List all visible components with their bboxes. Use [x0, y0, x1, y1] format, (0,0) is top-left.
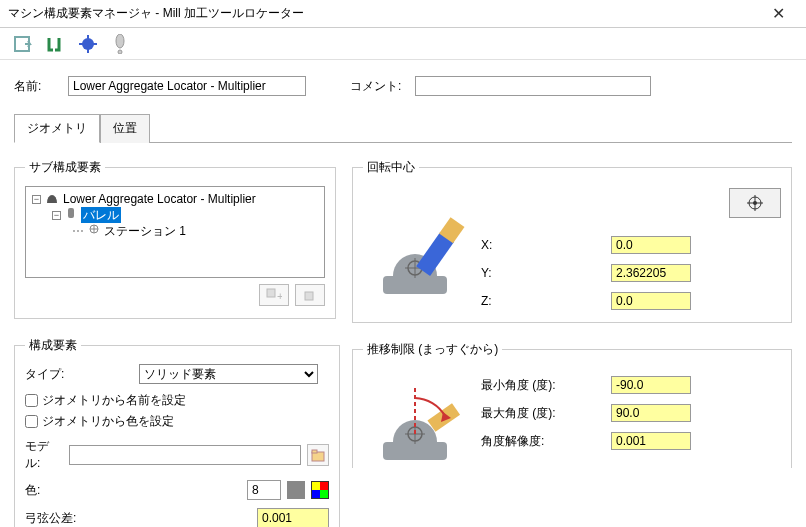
- tree-root[interactable]: − Lower Aggregate Locator - Multiplier: [32, 191, 318, 207]
- svg-text:+: +: [277, 290, 282, 302]
- tab-position[interactable]: 位置: [100, 114, 150, 143]
- geometry-group: 構成要素 タイプ: ソリッド要素 ジオメトリから名前を設定 ジオメトリから色を設…: [14, 337, 340, 527]
- collapse-icon[interactable]: −: [32, 195, 41, 204]
- name-row: 名前: コメント:: [14, 76, 792, 96]
- titlebar: マシン構成要素マネージャ - Mill 加工ツールロケーター ✕: [0, 0, 806, 28]
- sub-components-group: サブ構成要素 − Lower Aggregate Locator - Multi…: [14, 159, 336, 319]
- tab-geometry[interactable]: ジオメトリ: [14, 114, 100, 143]
- svg-point-7: [118, 50, 122, 54]
- set-name-checkbox[interactable]: [25, 394, 38, 407]
- chord-label: 弓弦公差:: [25, 510, 95, 527]
- chord-input[interactable]: [257, 508, 329, 527]
- window-title: マシン構成要素マネージャ - Mill 加工ツールロケーター: [8, 5, 758, 22]
- close-button[interactable]: ✕: [758, 4, 798, 23]
- pick-origin-button[interactable]: [729, 188, 781, 218]
- y-input[interactable]: [611, 264, 691, 282]
- rotation-center-group: 回転中心: [352, 159, 792, 323]
- set-color-label: ジオメトリから色を設定: [42, 413, 174, 430]
- y-label: Y:: [481, 266, 611, 280]
- color-swatch[interactable]: [287, 481, 305, 499]
- angle-res-label: 角度解像度:: [481, 433, 611, 450]
- svg-rect-14: [305, 292, 313, 300]
- svg-rect-2: [87, 35, 89, 39]
- color-picker-button[interactable]: [311, 481, 329, 499]
- travel-limits-group: 推移制限 (まっすぐから): [352, 341, 792, 468]
- max-angle-input[interactable]: [611, 404, 691, 422]
- svg-point-6: [116, 34, 124, 48]
- toolbar: [0, 28, 806, 60]
- type-label: タイプ:: [25, 366, 133, 383]
- sub-components-legend: サブ構成要素: [25, 159, 105, 176]
- name-input[interactable]: [68, 76, 306, 96]
- comment-label: コメント:: [350, 78, 401, 95]
- content: 名前: コメント: ジオメトリ 位置 サブ構成要素 − Lower Aggreg…: [0, 60, 806, 527]
- svg-rect-8: [68, 208, 74, 218]
- set-color-checkbox[interactable]: [25, 415, 38, 428]
- travel-limits-legend: 推移制限 (まっすぐから): [363, 341, 502, 358]
- remove-node-button: [295, 284, 325, 306]
- station-icon: [88, 223, 100, 239]
- color-input[interactable]: [247, 480, 281, 500]
- comment-input[interactable]: [415, 76, 651, 96]
- type-select[interactable]: ソリッド要素: [139, 364, 318, 384]
- tree-station-label: ステーション 1: [104, 223, 186, 239]
- svg-rect-3: [87, 49, 89, 53]
- rotation-graphic: [363, 186, 473, 306]
- max-angle-label: 最大角度 (度):: [481, 405, 611, 422]
- z-input[interactable]: [611, 292, 691, 310]
- svg-rect-12: [267, 289, 275, 297]
- svg-point-26: [753, 201, 757, 205]
- rotation-center-legend: 回転中心: [363, 159, 419, 176]
- svg-point-1: [82, 38, 94, 50]
- angle-res-input[interactable]: [611, 432, 691, 450]
- model-input[interactable]: [69, 445, 301, 465]
- model-label: モデル:: [25, 438, 63, 472]
- component-tree[interactable]: − Lower Aggregate Locator - Multiplier −…: [25, 186, 325, 278]
- x-label: X:: [481, 238, 611, 252]
- svg-rect-17: [383, 276, 447, 294]
- travel-graphic: [363, 368, 473, 468]
- set-name-label: ジオメトリから名前を設定: [42, 392, 186, 409]
- add-node-button: +: [259, 284, 289, 306]
- tree-barrel[interactable]: − バレル: [32, 207, 318, 223]
- min-angle-label: 最小角度 (度):: [481, 377, 611, 394]
- hub-icon[interactable]: [78, 34, 98, 54]
- tree-root-label: Lower Aggregate Locator - Multiplier: [63, 191, 256, 207]
- bracket-icon[interactable]: [46, 34, 66, 54]
- color-label: 色:: [25, 482, 63, 499]
- tabs: ジオメトリ 位置: [14, 114, 792, 143]
- import-icon[interactable]: [14, 34, 34, 54]
- svg-rect-27: [383, 442, 447, 460]
- z-label: Z:: [481, 294, 611, 308]
- min-angle-input[interactable]: [611, 376, 691, 394]
- tree-station[interactable]: ⋯ ステーション 1: [32, 223, 318, 239]
- svg-rect-4: [79, 43, 83, 45]
- collapse-icon[interactable]: −: [52, 211, 61, 220]
- svg-rect-5: [93, 43, 97, 45]
- warning-icon[interactable]: [110, 34, 130, 54]
- locator-icon: [45, 191, 59, 207]
- browse-model-button[interactable]: [307, 444, 329, 466]
- tree-barrel-label: バレル: [81, 207, 121, 223]
- barrel-icon: [65, 207, 77, 223]
- name-label: 名前:: [14, 78, 60, 95]
- svg-rect-16: [312, 450, 317, 453]
- geometry-legend: 構成要素: [25, 337, 81, 354]
- x-input[interactable]: [611, 236, 691, 254]
